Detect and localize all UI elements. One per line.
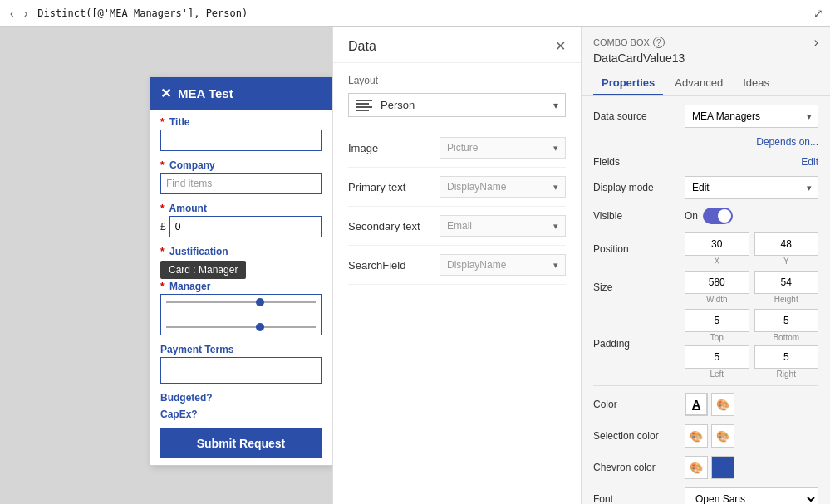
manager-slider-top <box>166 301 316 303</box>
props-type-label: COMBO BOX ? <box>593 37 665 48</box>
data-source-select-wrap: MEA Managers <box>685 105 818 128</box>
color-swatches: A 🎨 <box>685 393 734 416</box>
color-paint-swatch[interactable]: 🎨 <box>711 393 734 416</box>
visible-label: Visible <box>593 210 685 222</box>
visible-toggle[interactable] <box>703 208 733 224</box>
formula-text: Distinct([@'MEA Managers'], Person) <box>37 7 813 19</box>
manager-thumb-bottom <box>256 323 264 331</box>
capex-field: CapEx? <box>160 409 322 420</box>
selection-color-label: Selection color <box>593 430 685 442</box>
tab-advanced[interactable]: Advanced <box>666 71 731 95</box>
formula-end: ⤢ <box>813 7 823 20</box>
padding-left-input[interactable] <box>685 345 749 369</box>
primary-text-dropdown[interactable]: DisplayName ▾ <box>440 176 566 198</box>
budgeted-label[interactable]: Budgeted? <box>160 392 213 404</box>
data-panel-close-button[interactable]: ✕ <box>555 38 566 54</box>
padding-left-wrap: Left <box>685 345 749 379</box>
props-expand-button[interactable]: › <box>814 35 818 50</box>
display-mode-label: Display mode <box>593 182 685 193</box>
size-width-input[interactable] <box>685 271 749 294</box>
back-button[interactable]: ‹ <box>7 5 17 22</box>
form-title: MEA Test <box>178 86 233 100</box>
padding-fields: Top Bottom Left <box>685 309 818 379</box>
padding-bottom-label: Bottom <box>754 333 819 342</box>
secondary-text-arrow-icon: ▾ <box>553 221 558 232</box>
data-source-select[interactable]: MEA Managers <box>685 105 818 128</box>
company-input[interactable]: Find items <box>160 173 322 194</box>
selection-color-swatches: 🎨 🎨 <box>685 424 734 448</box>
submit-button[interactable]: Submit Request <box>160 428 322 458</box>
amount-field: * Amount £ <box>160 203 322 237</box>
manager-slider-bottom <box>166 326 316 328</box>
data-source-row: Data source MEA Managers <box>593 105 818 128</box>
primary-text-label: Primary text <box>348 181 440 193</box>
padding-left-label: Left <box>685 369 749 379</box>
layout-value: Person <box>381 99 545 111</box>
data-field-secondary-text: Secondary text Email ▾ <box>348 207 566 246</box>
title-label: * Title <box>160 116 322 128</box>
size-height-input[interactable] <box>754 271 819 294</box>
manager-label: * Manager <box>160 281 322 292</box>
tab-properties[interactable]: Properties <box>593 71 663 95</box>
canvas-area: ✕ MEA Test * Title * Company Find items <box>0 27 332 504</box>
padding-top-input[interactable] <box>685 309 749 332</box>
props-type-text: COMBO BOX <box>593 37 650 47</box>
form-body: * Title * Company Find items * Amount £ <box>150 110 332 465</box>
help-icon[interactable]: ? <box>653 37 665 48</box>
color-row: Color A 🎨 <box>593 393 818 416</box>
layout-dropdown[interactable]: Person ▾ <box>348 93 566 117</box>
size-label: Size <box>593 281 685 293</box>
size-width-wrap: Width <box>685 271 749 304</box>
padding-top-wrap: Top <box>685 309 749 342</box>
primary-text-value: DisplayName <box>447 181 506 193</box>
position-x-input[interactable] <box>685 232 749 256</box>
chevron-color-swatches: 🎨 <box>685 456 734 479</box>
padding-right-wrap: Right <box>754 345 819 379</box>
color-text-swatch[interactable]: A <box>685 393 708 416</box>
fields-row: Fields Edit <box>593 156 818 168</box>
capex-label[interactable]: CapEx? <box>160 409 198 420</box>
data-fields: Image Picture ▾ Primary text DisplayName… <box>333 129 581 285</box>
expand-button[interactable]: ⤢ <box>813 7 823 20</box>
font-label: Font <box>593 493 685 504</box>
amount-input[interactable] <box>169 216 322 237</box>
position-x-label: X <box>685 257 749 266</box>
position-x-wrap: X <box>685 232 749 266</box>
manager-thumb-top <box>256 298 264 306</box>
data-panel-title: Data <box>348 39 376 54</box>
data-layout-section: Layout Person ▾ <box>333 63 581 129</box>
payment-terms-input[interactable] <box>160 357 322 384</box>
padding-right-input[interactable] <box>754 345 819 369</box>
size-width-label: Width <box>685 295 749 304</box>
padding-bottom-input[interactable] <box>754 309 819 332</box>
position-y-input[interactable] <box>754 232 819 256</box>
props-tabs: Properties Advanced Ideas <box>582 71 830 96</box>
company-field: * Company Find items <box>160 159 322 194</box>
company-label: * Company <box>160 159 322 171</box>
selection-color-swatch1[interactable]: 🎨 <box>685 424 708 448</box>
forward-button[interactable]: › <box>21 5 32 22</box>
selection-color-swatch2[interactable]: 🎨 <box>711 424 734 448</box>
chevron-color-swatch2[interactable] <box>711 456 734 479</box>
chevron-color-swatch1[interactable]: 🎨 <box>685 456 708 479</box>
fields-edit-link[interactable]: Edit <box>801 156 818 168</box>
padding-bottom-wrap: Bottom <box>754 309 819 342</box>
padding-label: Padding <box>593 338 685 350</box>
tab-ideas[interactable]: Ideas <box>734 71 778 95</box>
manager-control[interactable] <box>160 294 322 335</box>
padding-row: Padding Top Bottom <box>593 309 818 379</box>
position-y-label: Y <box>754 257 819 266</box>
searchfield-arrow-icon: ▾ <box>553 260 558 271</box>
searchfield-dropdown[interactable]: DisplayName ▾ <box>440 254 566 276</box>
justification-field: * Justification Card : Manager <box>160 246 322 257</box>
image-dropdown[interactable]: Picture ▾ <box>440 137 566 159</box>
depends-on-link[interactable]: Depends on... <box>593 136 818 148</box>
title-input[interactable] <box>160 130 322 151</box>
padding-right-label: Right <box>754 369 819 379</box>
display-mode-select[interactable]: Edit <box>685 176 818 199</box>
font-select[interactable]: Open Sans <box>685 487 818 504</box>
secondary-text-dropdown[interactable]: Email ▾ <box>440 215 566 237</box>
props-body: Data source MEA Managers Depends on... F… <box>582 96 830 504</box>
formula-bar: ‹ › Distinct([@'MEA Managers'], Person) … <box>0 0 830 27</box>
form-close-icon[interactable]: ✕ <box>160 86 171 101</box>
